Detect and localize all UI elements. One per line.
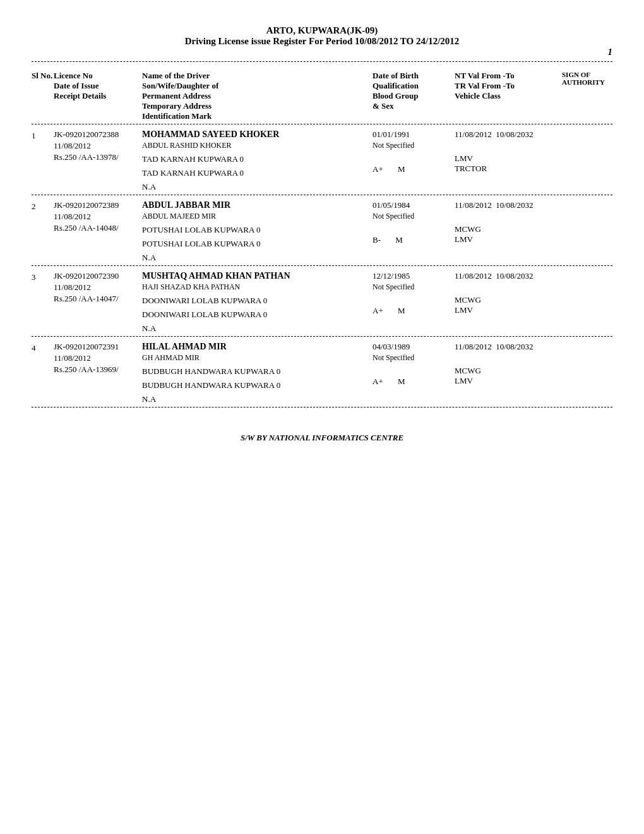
sex: M [395, 235, 403, 245]
blood-sex: A+ M [373, 377, 455, 387]
vehicle-class: MCWGLMV [455, 366, 562, 386]
header-line1: ARTO, KUPWARA(JK-09) [32, 25, 612, 36]
page-number: 1 [32, 47, 612, 57]
qualification: Not Specified [373, 282, 455, 292]
receipt: Rs.250 /AA-14048/ [54, 223, 142, 233]
temp-address: BUDBUGH HANDWARA KUPWARA 0 [142, 380, 373, 390]
driver-name: HILAL AHMAD MIR [142, 342, 373, 352]
dob-value: 01/01/1991 [373, 130, 455, 140]
top-divider [32, 61, 612, 62]
record-ntval: 11/08/2012 10/08/2032 MCWGLMV [455, 200, 562, 245]
blood-group: A+ [373, 306, 383, 315]
perm-address: BUDBUGH HANDWARA KUPWARA 0 [142, 366, 373, 377]
blood-group: A+ [373, 377, 383, 386]
temp-address: TAD KARNAH KUPWARA 0 [142, 168, 373, 178]
nt-from-to: 11/08/2012 10/08/2032 [455, 130, 562, 140]
record-name: ABDUL JABBAR MIR ABDUL MAJEED MIR POTUSH… [142, 200, 373, 263]
record-ntval: 11/08/2012 10/08/2032 MCWGLMV [455, 271, 562, 315]
sex: M [398, 164, 405, 174]
table-row: 3 JK-0920120072390 11/08/2012 Rs.250 /AA… [32, 266, 612, 337]
table-row: 1 JK-0920120072388 11/08/2012 Rs.250 /AA… [32, 124, 612, 195]
dob-value: 04/03/1989 [373, 342, 455, 352]
record-slno: 4 [32, 342, 54, 353]
id-mark: N.A [142, 394, 373, 404]
record-dob: 12/12/1985 Not Specified A+ M [373, 271, 455, 316]
perm-address: POTUSHAI LOLAB KUPWARA 0 [142, 225, 373, 235]
receipt: Rs.250 /AA-13978/ [54, 152, 142, 162]
vehicle-class: MCWGLMV [455, 295, 562, 315]
perm-address: DOONIWARI LOLAB KUPWARA 0 [142, 296, 373, 306]
dob-value: 12/12/1985 [373, 271, 455, 281]
col-header-slno: Sl No. [32, 71, 54, 81]
blood-sex: A+ M [373, 164, 455, 174]
receipt: Rs.250 /AA-14047/ [54, 294, 142, 304]
issue-date: 11/08/2012 [54, 353, 142, 363]
relation: HAJI SHAZAD KHA PATHAN [142, 282, 373, 292]
blood-group: B- [373, 235, 381, 245]
header-line2: Driving License issue Register For Perio… [32, 36, 612, 47]
record-licence: JK-0920120072388 11/08/2012 Rs.250 /AA-1… [54, 130, 142, 162]
licence-no: JK-0920120072390 [54, 271, 142, 281]
licence-no: JK-0920120072389 [54, 200, 142, 210]
blood-sex: A+ M [373, 306, 455, 316]
relation: GH AHMAD MIR [142, 353, 373, 363]
col-header-name: Name of the Driver Son/Wife/Daughter of … [142, 71, 373, 121]
qualification: Not Specified [373, 141, 455, 150]
issue-date: 11/08/2012 [54, 282, 142, 293]
blood-sex: B- M [373, 235, 455, 245]
nt-from-to: 11/08/2012 10/08/2032 [455, 342, 562, 352]
issue-date: 11/08/2012 [54, 141, 142, 151]
vehicle-class: MCWGLMV [455, 224, 562, 245]
column-headers: Sl No. Licence No Date of Issue Receipt … [32, 66, 612, 124]
record-ntval: 11/08/2012 10/08/2032 LMVTRCTOR [455, 130, 562, 174]
sex: M [398, 377, 405, 386]
licence-no: JK-0920120072391 [54, 342, 142, 352]
records-container: 1 JK-0920120072388 11/08/2012 Rs.250 /AA… [32, 124, 612, 408]
record-name: HILAL AHMAD MIR GH AHMAD MIR BUDBUGH HAN… [142, 342, 373, 404]
issue-date: 11/08/2012 [54, 212, 142, 222]
blood-group: A+ [373, 164, 383, 174]
temp-address: DOONIWARI LOLAB KUPWARA 0 [142, 310, 373, 320]
col-header-sign: SIGN OF AUTHORITY [562, 71, 612, 86]
table-row: 4 JK-0920120072391 11/08/2012 Rs.250 /AA… [32, 337, 612, 408]
record-dob: 04/03/1989 Not Specified A+ M [373, 342, 455, 387]
record-slno: 1 [32, 130, 54, 141]
footer: S/W BY NATIONAL INFORMATICS CENTRE [32, 433, 612, 443]
record-licence: JK-0920120072389 11/08/2012 Rs.250 /AA-1… [54, 200, 142, 233]
receipt: Rs.250 /AA-13969/ [54, 365, 142, 375]
record-dob: 01/05/1984 Not Specified B- M [373, 200, 455, 245]
record-name: MUSHTAQ AHMAD KHAN PATHAN HAJI SHAZAD KH… [142, 271, 373, 334]
temp-address: POTUSHAI LOLAB KUPWARA 0 [142, 239, 373, 249]
record-slno: 2 [32, 200, 54, 212]
id-mark: N.A [142, 323, 373, 334]
vehicle-class: LMVTRCTOR [455, 154, 562, 174]
perm-address: TAD KARNAH KUPWARA 0 [142, 154, 373, 164]
driver-name: MOHAMMAD SAYEED KHOKER [142, 130, 373, 140]
record-ntval: 11/08/2012 10/08/2032 MCWGLMV [455, 342, 562, 386]
dob-value: 01/05/1984 [373, 200, 455, 210]
nt-from-to: 11/08/2012 10/08/2032 [455, 200, 562, 210]
driver-name: MUSHTAQ AHMAD KHAN PATHAN [142, 271, 373, 281]
col-header-licence: Licence No Date of Issue Receipt Details [54, 71, 142, 101]
sex: M [398, 306, 405, 315]
page-header: ARTO, KUPWARA(JK-09) Driving License iss… [32, 25, 612, 47]
driver-name: ABDUL JABBAR MIR [142, 200, 373, 210]
record-name: MOHAMMAD SAYEED KHOKER ABDUL RASHID KHOK… [142, 130, 373, 192]
table-row: 2 JK-0920120072389 11/08/2012 Rs.250 /AA… [32, 195, 612, 266]
id-mark: N.A [142, 182, 373, 192]
qualification: Not Specified [373, 353, 455, 363]
record-slno: 3 [32, 271, 54, 282]
record-licence: JK-0920120072391 11/08/2012 Rs.250 /AA-1… [54, 342, 142, 375]
relation: ABDUL RASHID KHOKER [142, 141, 373, 150]
nt-from-to: 11/08/2012 10/08/2032 [455, 271, 562, 281]
relation: ABDUL MAJEED MIR [142, 212, 373, 221]
col-header-dob: Date of Birth Qualification Blood Group … [373, 71, 455, 111]
record-dob: 01/01/1991 Not Specified A+ M [373, 130, 455, 174]
licence-no: JK-0920120072388 [54, 130, 142, 140]
record-licence: JK-0920120072390 11/08/2012 Rs.250 /AA-1… [54, 271, 142, 304]
qualification: Not Specified [373, 212, 455, 221]
id-mark: N.A [142, 253, 373, 263]
col-header-ntval: NT Val From -To TR Val From -To Vehicle … [455, 71, 562, 101]
